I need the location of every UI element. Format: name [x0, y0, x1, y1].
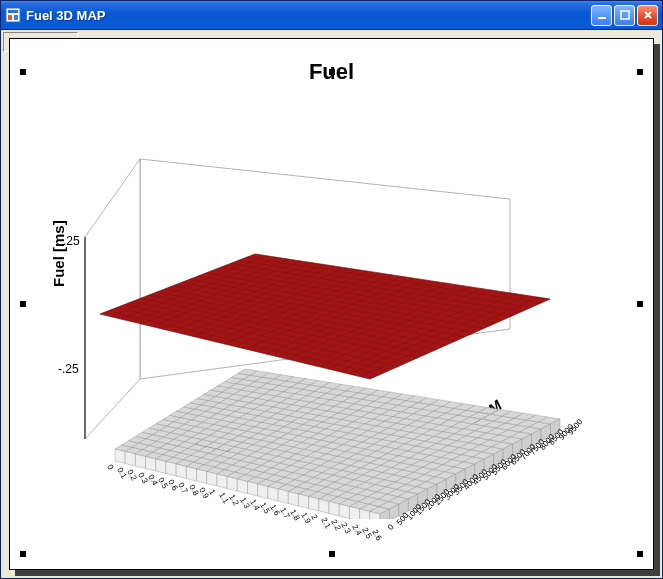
svg-marker-509	[186, 467, 196, 482]
resize-handle[interactable]	[329, 551, 335, 557]
svg-rect-1	[8, 10, 18, 13]
svg-marker-507	[166, 462, 176, 477]
svg-marker-504	[135, 454, 145, 469]
titlebar[interactable]: Fuel 3D MAP	[1, 1, 662, 30]
svg-marker-506	[156, 459, 166, 474]
resize-handle[interactable]	[637, 301, 643, 307]
svg-marker-502	[115, 449, 125, 464]
chart-frame[interactable]: Fuel Fuel [ms] .25 -.25 Load RPM 00.10.2…	[9, 38, 654, 570]
svg-marker-513	[227, 477, 237, 492]
app-window: Fuel 3D MAP IGN / FUEL Fuel Fuel [ms] .2…	[0, 0, 663, 579]
svg-rect-4	[598, 17, 606, 19]
z-tick: -.25	[58, 362, 79, 376]
close-button[interactable]	[637, 5, 658, 26]
z-axis-label: Fuel [ms]	[50, 220, 67, 287]
svg-marker-511	[207, 472, 217, 487]
svg-marker-515	[248, 482, 258, 497]
y-tick: 0	[386, 523, 396, 532]
svg-marker-517	[268, 487, 278, 502]
x-tick: 2.6	[370, 528, 383, 542]
svg-marker-520	[298, 494, 308, 509]
chart-title: Fuel	[10, 59, 653, 85]
svg-marker-516	[258, 484, 268, 499]
svg-rect-5	[621, 11, 629, 19]
svg-marker-512	[217, 474, 227, 489]
svg-marker-518	[278, 489, 288, 504]
svg-marker-503	[125, 452, 135, 467]
minimize-button[interactable]	[591, 5, 612, 26]
svg-marker-510	[197, 469, 207, 484]
z-tick: .25	[63, 234, 80, 248]
svg-marker-523	[329, 502, 339, 517]
resize-handle[interactable]	[637, 551, 643, 557]
resize-handle[interactable]	[20, 301, 26, 307]
client-area: IGN / FUEL Fuel Fuel [ms] .25 -.25 Load …	[1, 30, 662, 578]
svg-marker-505	[146, 457, 156, 472]
svg-marker-519	[288, 492, 298, 507]
resize-handle[interactable]	[20, 551, 26, 557]
app-icon	[5, 7, 21, 23]
window-buttons	[591, 5, 658, 26]
svg-marker-508	[176, 464, 186, 479]
svg-marker-521	[309, 497, 319, 512]
svg-rect-3	[14, 15, 18, 20]
maximize-button[interactable]	[614, 5, 635, 26]
window-title: Fuel 3D MAP	[26, 8, 591, 23]
svg-marker-524	[339, 504, 349, 519]
svg-rect-2	[8, 15, 12, 20]
svg-marker-514	[237, 479, 247, 494]
svg-marker-7	[85, 159, 140, 439]
svg-marker-522	[319, 499, 329, 514]
